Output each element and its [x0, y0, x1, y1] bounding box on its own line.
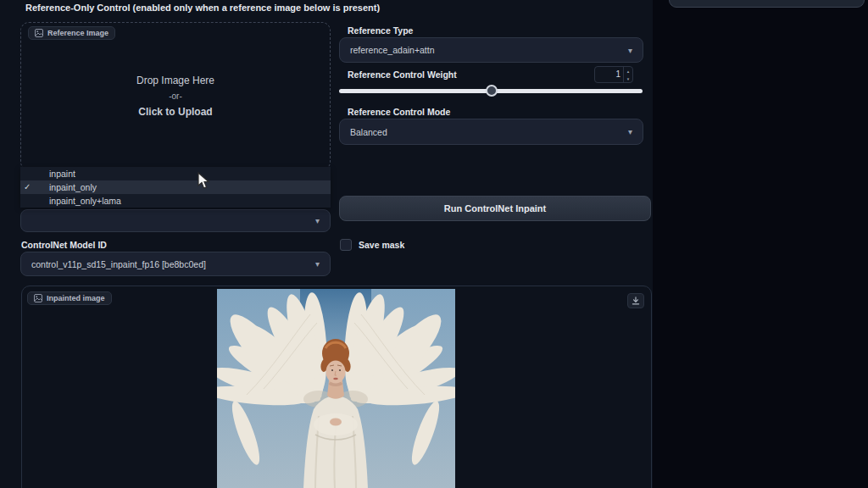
- drop-or-text: -or-: [169, 92, 182, 101]
- option-inpaint-only[interactable]: ✓ inpaint_only: [20, 180, 331, 194]
- reference-weight-input[interactable]: 1 ▴ ▾: [594, 66, 633, 83]
- reference-weight-slider[interactable]: [339, 89, 643, 93]
- reference-mode-label: Reference Control Mode: [348, 107, 450, 117]
- option-label: inpaint_only: [49, 182, 97, 192]
- inpainted-image-tag: Inpainted image: [27, 291, 112, 305]
- model-id-value: control_v11p_sd15_inpaint_fp16 [be8bc0ed…: [31, 259, 206, 269]
- reference-weight-value: 1: [595, 67, 623, 82]
- reference-type-dropdown[interactable]: reference_adain+attn ▾: [339, 37, 643, 63]
- chevron-down-icon: ▾: [628, 127, 632, 136]
- click-to-upload-text: Click to Upload: [138, 106, 212, 118]
- slider-handle[interactable]: [486, 85, 498, 97]
- chevron-down-icon: ▾: [315, 259, 320, 269]
- reference-type-label: Reference Type: [348, 25, 413, 36]
- image-drop-zone[interactable]: Drop Image Here -or- Click to Upload: [21, 23, 330, 169]
- reference-mode-dropdown[interactable]: Balanced ▾: [339, 119, 643, 145]
- reference-image-tag: Reference Image: [28, 26, 115, 40]
- right-background-strip: [653, 0, 868, 488]
- download-button[interactable]: [627, 293, 644, 308]
- chevron-down-icon: ▾: [315, 216, 320, 225]
- reference-image-tag-label: Reference Image: [47, 29, 108, 37]
- download-icon: [632, 297, 640, 305]
- check-icon: ✓: [24, 182, 31, 191]
- run-controlnet-inpaint-button[interactable]: Run ControlNet Inpaint: [339, 196, 651, 221]
- reference-image-box: Reference Image Drop Image Here -or- Cli…: [20, 22, 331, 170]
- spinner-up-icon[interactable]: ▴: [624, 67, 632, 75]
- reference-type-value: reference_adain+attn: [350, 45, 435, 55]
- inpainted-image-panel: Inpainted image: [21, 286, 652, 488]
- inpainted-image-tag-label: Inpainted image: [47, 294, 105, 302]
- inpainted-image: [217, 289, 455, 488]
- reference-mode-value: Balanced: [350, 127, 387, 137]
- model-id-dropdown[interactable]: control_v11p_sd15_inpaint_fp16 [be8bc0ed…: [20, 252, 331, 276]
- model-id-label: ControlNet Model ID: [21, 240, 107, 250]
- option-label: inpaint: [49, 169, 75, 179]
- chevron-down-icon: ▾: [628, 46, 632, 55]
- top-right-panel-edge: [669, 0, 865, 8]
- module-dropdown[interactable]: ▾: [20, 209, 331, 232]
- option-inpaint[interactable]: inpaint: [20, 167, 331, 180]
- drop-image-text: Drop Image Here: [136, 75, 214, 86]
- image-icon: [34, 294, 42, 302]
- module-option-list: inpaint ✓ inpaint_only inpaint_only+lama: [20, 167, 331, 208]
- number-spinner: ▴ ▾: [623, 67, 632, 82]
- option-label: inpaint_only+lama: [49, 196, 121, 206]
- save-mask-checkbox[interactable]: [340, 239, 352, 251]
- save-mask-label: Save mask: [359, 240, 404, 250]
- save-mask-row: Save mask: [340, 239, 404, 251]
- reference-weight-label: Reference Control Weight: [348, 69, 457, 80]
- image-icon: [35, 29, 43, 37]
- option-inpaint-only-lama[interactable]: inpaint_only+lama: [20, 194, 331, 208]
- spinner-down-icon[interactable]: ▾: [624, 75, 632, 82]
- page-title: Reference-Only Control (enabled only whe…: [25, 3, 380, 13]
